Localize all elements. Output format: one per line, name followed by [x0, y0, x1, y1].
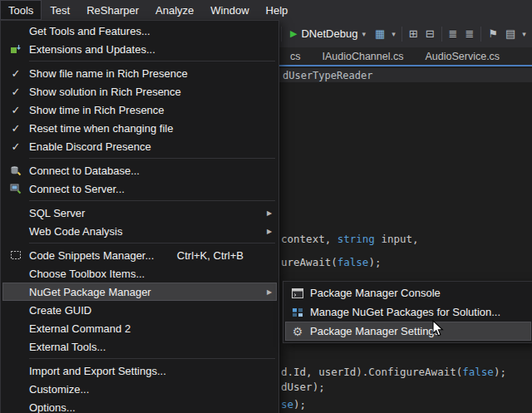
- outdent-icon[interactable]: ≣: [464, 26, 475, 42]
- menu-item-nuget-package-manager[interactable]: NuGet Package Manager ▶: [2, 283, 277, 301]
- new-window-icon[interactable]: ⊞: [408, 26, 419, 42]
- menu-item-sql-server[interactable]: SQL Server ▶: [2, 204, 277, 222]
- vs-window: Tools Test ReSharper Analyze Window Help…: [0, 0, 532, 413]
- menu-item-options[interactable]: Options...: [2, 398, 277, 413]
- extensions-icon: [2, 44, 29, 54]
- menu-item-code-snippets-manager[interactable]: Code Snippets Manager... Ctrl+K, Ctrl+B: [2, 246, 277, 264]
- menu-item-get-tools-and-features[interactable]: Get Tools and Features...: [2, 22, 277, 40]
- menu-separator: [29, 158, 275, 159]
- menu-separator: [29, 61, 275, 61]
- toolbar-separator: [480, 27, 481, 42]
- toolbar-separator: [441, 27, 442, 42]
- menu-test[interactable]: Test: [42, 0, 78, 20]
- menu-item-import-export-settings[interactable]: Import and Export Settings...: [2, 361, 277, 380]
- tools-menu: Get Tools and Features... Extensions and…: [0, 20, 279, 413]
- submenu-item-manage-nuget-packages[interactable]: Manage NuGet Packages for Solution...: [285, 302, 531, 322]
- tab-iaudiochannel[interactable]: IAudioChannel.cs: [312, 47, 415, 65]
- code-line: ureAwait(false);: [281, 256, 381, 268]
- packages-icon: [285, 307, 310, 317]
- menu-item-show-file-name[interactable]: ✓ Show file name in Rich Presence: [2, 64, 277, 82]
- menu-item-show-time[interactable]: ✓ Show time in Rich Presence: [2, 101, 277, 119]
- snippets-icon: [2, 250, 29, 260]
- code-line: context, string input,: [281, 233, 419, 245]
- gear-icon: ⚙: [293, 326, 303, 337]
- console-icon: [285, 288, 310, 298]
- submenu-arrow-icon: ▶: [262, 228, 277, 235]
- menu-separator: [29, 200, 275, 201]
- task-list-icon[interactable]: ▤: [505, 26, 516, 42]
- tab-partial[interactable]: cs: [279, 47, 312, 65]
- chevron-down-icon[interactable]: ▾: [392, 30, 396, 38]
- menu-item-reset-time[interactable]: ✓ Reset time when changing file: [2, 119, 277, 137]
- breadcrumb-text: dUserTypeReader: [283, 70, 372, 81]
- menu-analyze[interactable]: Analyze: [147, 0, 202, 20]
- menu-separator: [29, 358, 275, 359]
- code-line: dUser);: [281, 381, 325, 393]
- check-icon: ✓: [12, 86, 21, 97]
- menu-separator: [29, 243, 275, 243]
- menu-window[interactable]: Window: [202, 0, 257, 20]
- attach-to-process-icon[interactable]: ▦: [374, 26, 386, 42]
- database-icon: [2, 165, 29, 176]
- menu-item-connect-to-server[interactable]: Connect to Server...: [2, 179, 277, 198]
- submenu-item-package-manager-settings[interactable]: ⚙ Package Manager Settings: [285, 322, 531, 341]
- indent-icon[interactable]: ≣: [448, 26, 459, 42]
- submenu-arrow-icon: ▶: [262, 288, 277, 296]
- bookmark-icon[interactable]: ⚑: [487, 26, 499, 42]
- split-window-icon[interactable]: ⊟: [425, 26, 436, 42]
- debug-target-label: DNetDebug: [301, 27, 357, 40]
- shortcut-label: Ctrl+K, Ctrl+B: [177, 249, 262, 262]
- menu-help[interactable]: Help: [258, 0, 297, 20]
- menu-item-enable-discord-presence[interactable]: ✓ Enable Discord Presence: [2, 137, 277, 155]
- menu-resharper[interactable]: ReSharper: [78, 0, 147, 20]
- check-icon: ✓: [12, 123, 21, 134]
- menu-tools[interactable]: Tools: [0, 0, 42, 20]
- menu-item-choose-toolbox-items[interactable]: Choose Toolbox Items...: [2, 264, 277, 283]
- chevron-down-icon[interactable]: ▾: [522, 30, 526, 38]
- menu-item-show-solution[interactable]: ✓ Show solution in Rich Presence: [2, 82, 277, 101]
- nuget-submenu: Package Manager Console Manage NuGet Pac…: [283, 281, 532, 343]
- tab-audioservice[interactable]: AudioService.cs: [414, 47, 510, 65]
- check-icon: ✓: [12, 68, 21, 79]
- menu-item-external-tools[interactable]: External Tools...: [2, 337, 277, 356]
- chevron-down-icon: ▾: [362, 30, 366, 38]
- check-icon: ✓: [12, 141, 21, 152]
- check-icon: ✓: [12, 105, 21, 116]
- menu-item-create-guid[interactable]: Create GUID: [2, 301, 277, 319]
- code-line: se);: [281, 398, 306, 411]
- submenu-item-package-manager-console[interactable]: Package Manager Console: [285, 283, 531, 302]
- menu-item-customize[interactable]: Customize...: [2, 380, 277, 398]
- start-debug-button[interactable]: ▶ DNetDebug ▾: [288, 26, 368, 42]
- menu-item-extensions-and-updates[interactable]: Extensions and Updates...: [2, 40, 277, 58]
- menu-item-connect-to-database[interactable]: Connect to Database...: [2, 161, 277, 179]
- code-line: d.Id, userId).ConfigureAwait(false);: [281, 366, 506, 378]
- toolbar-separator: [401, 27, 402, 42]
- play-icon: ▶: [290, 28, 297, 39]
- server-icon: [2, 184, 29, 194]
- menu-item-external-command-2[interactable]: External Command 2: [2, 319, 277, 337]
- menu-item-web-code-analysis[interactable]: Web Code Analysis ▶: [2, 222, 277, 240]
- submenu-arrow-icon: ▶: [262, 209, 277, 217]
- menubar: Tools Test ReSharper Analyze Window Help: [0, 0, 532, 20]
- toolbar-separator: [281, 27, 282, 42]
